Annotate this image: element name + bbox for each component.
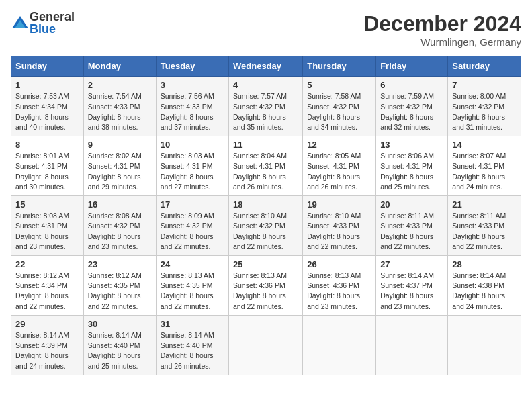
- day-number: 26: [307, 259, 371, 269]
- day-number: 29: [15, 319, 79, 329]
- calendar-cell: 26Sunrise: 8:13 AMSunset: 4:36 PMDayligh…: [303, 256, 376, 316]
- calendar-cell: 23Sunrise: 8:12 AMSunset: 4:35 PMDayligh…: [83, 256, 156, 316]
- day-info: Sunrise: 8:12 AMSunset: 4:34 PMDaylight:…: [15, 271, 79, 312]
- header-day-saturday: Saturday: [448, 56, 521, 77]
- day-info: Sunrise: 7:56 AMSunset: 4:33 PMDaylight:…: [161, 91, 224, 132]
- calendar-cell: 12Sunrise: 8:05 AMSunset: 4:31 PMDayligh…: [303, 136, 376, 196]
- calendar-cell: 18Sunrise: 8:10 AMSunset: 4:32 PMDayligh…: [229, 196, 303, 256]
- day-info: Sunrise: 8:03 AMSunset: 4:31 PMDaylight:…: [161, 151, 224, 192]
- day-number: 19: [307, 199, 371, 210]
- day-number: 6: [380, 80, 443, 90]
- header-day-tuesday: Tuesday: [156, 56, 228, 77]
- calendar-cell: 14Sunrise: 8:07 AMSunset: 4:31 PMDayligh…: [448, 136, 521, 196]
- day-info: Sunrise: 8:11 AMSunset: 4:33 PMDaylight:…: [380, 211, 443, 252]
- day-number: 28: [452, 259, 517, 269]
- day-info: Sunrise: 8:10 AMSunset: 4:33 PMDaylight:…: [307, 211, 371, 252]
- calendar-cell: 7Sunrise: 8:00 AMSunset: 4:32 PMDaylight…: [448, 77, 521, 136]
- calendar-cell: 21Sunrise: 8:11 AMSunset: 4:33 PMDayligh…: [448, 196, 521, 256]
- week-row-4: 22Sunrise: 8:12 AMSunset: 4:34 PMDayligh…: [11, 256, 521, 316]
- day-info: Sunrise: 8:06 AMSunset: 4:31 PMDaylight:…: [380, 151, 443, 192]
- calendar-cell: 9Sunrise: 8:02 AMSunset: 4:31 PMDaylight…: [83, 136, 156, 196]
- header-row: SundayMondayTuesdayWednesdayThursdayFrid…: [11, 56, 521, 77]
- day-number: 9: [88, 140, 152, 150]
- calendar-cell: 17Sunrise: 8:09 AMSunset: 4:32 PMDayligh…: [156, 196, 228, 256]
- day-number: 8: [15, 140, 79, 150]
- day-info: Sunrise: 8:00 AMSunset: 4:32 PMDaylight:…: [452, 91, 517, 132]
- day-info: Sunrise: 8:08 AMSunset: 4:32 PMDaylight:…: [88, 211, 152, 252]
- day-info: Sunrise: 7:57 AMSunset: 4:32 PMDaylight:…: [233, 91, 298, 132]
- day-number: 14: [452, 140, 517, 150]
- day-number: 16: [88, 199, 152, 210]
- header-day-monday: Monday: [83, 56, 156, 77]
- calendar-cell: 19Sunrise: 8:10 AMSunset: 4:33 PMDayligh…: [303, 196, 376, 256]
- calendar-cell: 3Sunrise: 7:56 AMSunset: 4:33 PMDaylight…: [156, 77, 228, 136]
- day-number: 18: [233, 199, 298, 210]
- day-number: 23: [88, 259, 152, 269]
- header-day-friday: Friday: [376, 56, 448, 77]
- calendar-cell: 2Sunrise: 7:54 AMSunset: 4:33 PMDaylight…: [83, 77, 156, 136]
- calendar-cell: 11Sunrise: 8:04 AMSunset: 4:31 PMDayligh…: [229, 136, 303, 196]
- header-day-sunday: Sunday: [11, 56, 84, 77]
- week-row-5: 29Sunrise: 8:14 AMSunset: 4:39 PMDayligh…: [11, 315, 521, 375]
- day-info: Sunrise: 8:01 AMSunset: 4:31 PMDaylight:…: [15, 151, 79, 192]
- calendar-table: SundayMondayTuesdayWednesdayThursdayFrid…: [11, 56, 521, 375]
- header-day-thursday: Thursday: [303, 56, 376, 77]
- day-info: Sunrise: 8:04 AMSunset: 4:31 PMDaylight:…: [233, 151, 298, 192]
- day-number: 5: [307, 80, 371, 90]
- day-number: 27: [380, 259, 443, 269]
- calendar-cell: 31Sunrise: 8:14 AMSunset: 4:40 PMDayligh…: [156, 315, 228, 375]
- day-info: Sunrise: 8:14 AMSunset: 4:37 PMDaylight:…: [380, 271, 443, 312]
- day-info: Sunrise: 8:05 AMSunset: 4:31 PMDaylight:…: [307, 151, 371, 192]
- calendar-cell: 20Sunrise: 8:11 AMSunset: 4:33 PMDayligh…: [376, 196, 448, 256]
- calendar-cell: 22Sunrise: 8:12 AMSunset: 4:34 PMDayligh…: [11, 256, 84, 316]
- week-row-2: 8Sunrise: 8:01 AMSunset: 4:31 PMDaylight…: [11, 136, 521, 196]
- day-number: 12: [307, 140, 371, 150]
- logo: General Blue: [11, 11, 75, 35]
- calendar-cell: 5Sunrise: 7:58 AMSunset: 4:32 PMDaylight…: [303, 77, 376, 136]
- day-info: Sunrise: 7:59 AMSunset: 4:32 PMDaylight:…: [380, 91, 443, 132]
- logo-text: General Blue: [30, 11, 75, 35]
- day-number: 4: [233, 80, 298, 90]
- location-title: Wurmlingen, Germany: [363, 36, 521, 48]
- day-info: Sunrise: 7:54 AMSunset: 4:33 PMDaylight:…: [88, 91, 152, 132]
- day-number: 11: [233, 140, 298, 150]
- day-info: Sunrise: 8:13 AMSunset: 4:35 PMDaylight:…: [161, 271, 224, 312]
- calendar-cell: 6Sunrise: 7:59 AMSunset: 4:32 PMDaylight…: [376, 77, 448, 136]
- logo-text-general: General: [30, 11, 75, 23]
- calendar-cell: 30Sunrise: 8:14 AMSunset: 4:40 PMDayligh…: [83, 315, 156, 375]
- logo-text-blue: Blue: [30, 23, 75, 35]
- calendar-cell: 29Sunrise: 8:14 AMSunset: 4:39 PMDayligh…: [11, 315, 84, 375]
- day-info: Sunrise: 8:13 AMSunset: 4:36 PMDaylight:…: [307, 271, 371, 312]
- day-number: 13: [380, 140, 443, 150]
- day-info: Sunrise: 8:10 AMSunset: 4:32 PMDaylight:…: [233, 211, 298, 252]
- calendar-cell: [229, 315, 303, 375]
- calendar-cell: [376, 315, 448, 375]
- day-number: 7: [452, 80, 517, 90]
- day-info: Sunrise: 8:14 AMSunset: 4:40 PMDaylight:…: [88, 330, 152, 371]
- page-header: General Blue December 2024 Wurmlingen, G…: [11, 11, 521, 48]
- day-number: 20: [380, 199, 443, 210]
- calendar-cell: 4Sunrise: 7:57 AMSunset: 4:32 PMDaylight…: [229, 77, 303, 136]
- day-info: Sunrise: 8:11 AMSunset: 4:33 PMDaylight:…: [452, 211, 517, 252]
- day-info: Sunrise: 8:14 AMSunset: 4:39 PMDaylight:…: [15, 330, 79, 371]
- day-number: 21: [452, 199, 517, 210]
- day-number: 2: [88, 80, 152, 90]
- day-number: 31: [161, 319, 224, 329]
- day-info: Sunrise: 7:58 AMSunset: 4:32 PMDaylight:…: [307, 91, 371, 132]
- day-info: Sunrise: 8:13 AMSunset: 4:36 PMDaylight:…: [233, 271, 298, 312]
- day-info: Sunrise: 8:07 AMSunset: 4:31 PMDaylight:…: [452, 151, 517, 192]
- day-info: Sunrise: 8:14 AMSunset: 4:38 PMDaylight:…: [452, 271, 517, 312]
- calendar-cell: 27Sunrise: 8:14 AMSunset: 4:37 PMDayligh…: [376, 256, 448, 316]
- calendar-cell: 10Sunrise: 8:03 AMSunset: 4:31 PMDayligh…: [156, 136, 228, 196]
- day-number: 24: [161, 259, 224, 269]
- calendar-cell: [448, 315, 521, 375]
- calendar-cell: 16Sunrise: 8:08 AMSunset: 4:32 PMDayligh…: [83, 196, 156, 256]
- logo-icon: [11, 15, 27, 31]
- day-number: 15: [15, 199, 79, 210]
- day-info: Sunrise: 8:02 AMSunset: 4:31 PMDaylight:…: [88, 151, 152, 192]
- day-number: 1: [15, 80, 79, 90]
- header-day-wednesday: Wednesday: [229, 56, 303, 77]
- day-info: Sunrise: 8:08 AMSunset: 4:31 PMDaylight:…: [15, 211, 79, 252]
- month-title: December 2024: [363, 11, 521, 36]
- calendar-cell: 28Sunrise: 8:14 AMSunset: 4:38 PMDayligh…: [448, 256, 521, 316]
